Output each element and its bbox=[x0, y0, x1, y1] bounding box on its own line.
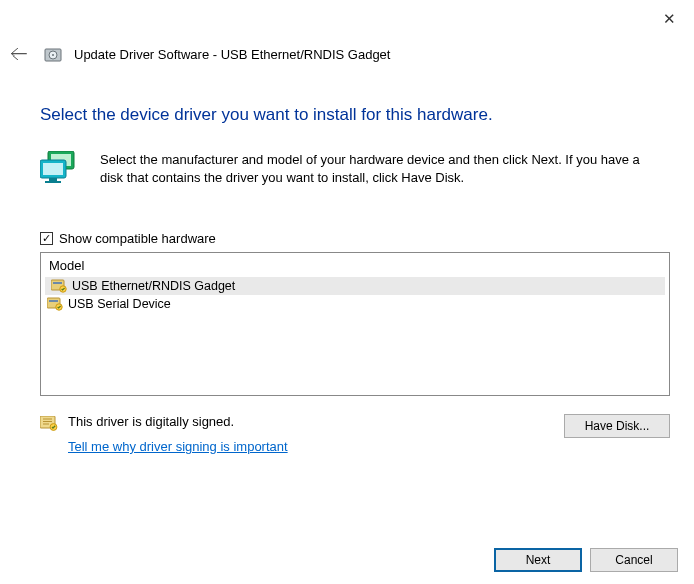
list-header-model: Model bbox=[41, 255, 669, 277]
page-heading: Select the device driver you want to ins… bbox=[40, 105, 670, 125]
compat-hardware-checkbox[interactable]: ✓ Show compatible hardware bbox=[40, 231, 670, 246]
next-button[interactable]: Next bbox=[494, 548, 582, 572]
have-disk-button[interactable]: Have Disk... bbox=[564, 414, 670, 438]
signing-info-link[interactable]: Tell me why driver signing is important bbox=[68, 439, 288, 454]
signed-driver-icon bbox=[47, 297, 63, 311]
list-item[interactable]: USB Serial Device bbox=[41, 295, 669, 313]
window-title: Update Driver Software - USB Ethernet/RN… bbox=[74, 47, 390, 62]
checkbox-label: Show compatible hardware bbox=[59, 231, 216, 246]
checkbox-icon: ✓ bbox=[40, 232, 53, 245]
hardware-monitors-icon bbox=[40, 151, 84, 187]
wizard-header: 🡠 Update Driver Software - USB Ethernet/… bbox=[6, 42, 674, 67]
svg-rect-7 bbox=[49, 178, 57, 181]
svg-rect-10 bbox=[53, 282, 62, 284]
instruction-text: Select the manufacturer and model of you… bbox=[100, 151, 660, 187]
signing-status: This driver is digitally signed. bbox=[68, 414, 288, 429]
certificate-icon bbox=[40, 416, 58, 432]
wizard-footer: Next Cancel bbox=[494, 548, 678, 572]
close-button[interactable]: ✕ bbox=[655, 6, 684, 32]
list-item-label: USB Ethernet/RNDIS Gadget bbox=[72, 279, 235, 293]
svg-rect-6 bbox=[43, 163, 63, 175]
model-listbox[interactable]: Model USB Ethernet/RNDIS Gadget USB Seri… bbox=[40, 252, 670, 396]
list-item[interactable]: USB Ethernet/RNDIS Gadget bbox=[45, 277, 665, 295]
back-arrow-icon[interactable]: 🡠 bbox=[6, 42, 32, 67]
driver-disc-icon bbox=[44, 46, 62, 64]
cancel-button[interactable]: Cancel bbox=[590, 548, 678, 572]
svg-point-2 bbox=[52, 54, 54, 56]
list-item-label: USB Serial Device bbox=[68, 297, 171, 311]
signed-driver-icon bbox=[51, 279, 67, 293]
svg-rect-13 bbox=[49, 300, 58, 302]
svg-rect-8 bbox=[45, 181, 61, 183]
